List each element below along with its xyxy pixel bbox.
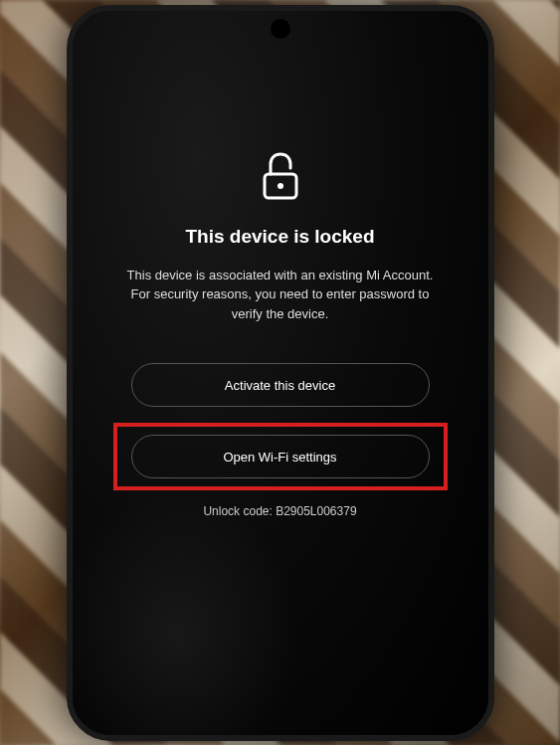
- lock-title: This device is locked: [185, 226, 374, 248]
- camera-notch: [271, 19, 290, 39]
- lock-icon: [259, 150, 302, 206]
- highlight-annotation: Open Wi-Fi settings: [113, 423, 448, 490]
- lock-description: This device is associated with an existi…: [126, 266, 435, 324]
- open-wifi-settings-button[interactable]: Open Wi-Fi settings: [131, 435, 430, 478]
- lock-screen: This device is locked This device is ass…: [73, 11, 488, 735]
- svg-point-1: [278, 183, 283, 189]
- unlock-code-label: Unlock code: B2905L006379: [203, 504, 356, 518]
- activate-device-button[interactable]: Activate this device: [131, 363, 430, 407]
- screen-glare: [67, 486, 301, 741]
- phone-frame: This device is locked This device is ass…: [67, 5, 494, 741]
